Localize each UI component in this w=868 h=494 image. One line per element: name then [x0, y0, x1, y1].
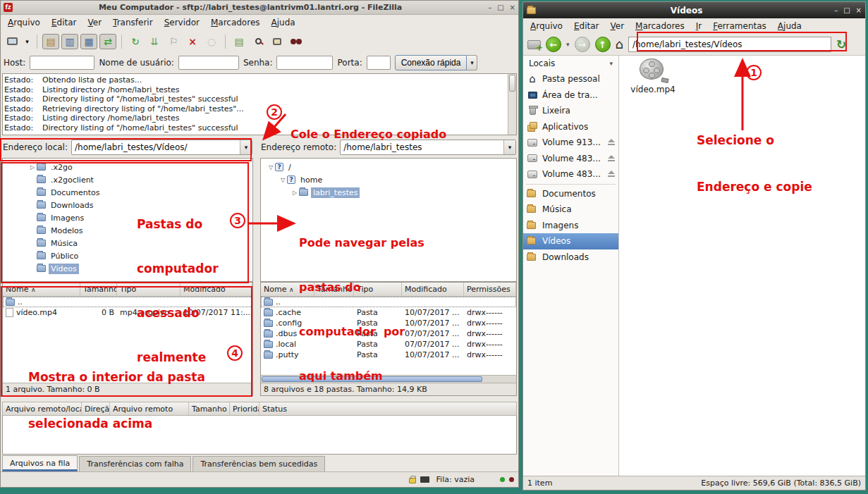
maximize-icon[interactable]: □ — [497, 4, 503, 11]
back-history-dropdown-icon[interactable]: ▾ — [566, 41, 570, 48]
expander-icon[interactable]: ▽ — [279, 177, 287, 183]
place-volume-483-b[interactable]: Volume 483... — [523, 166, 618, 183]
expander-icon[interactable]: ▷ — [291, 190, 299, 196]
tree-item-home[interactable]: ▽?home — [267, 173, 516, 186]
process-queue-icon[interactable]: ⇊ — [146, 34, 163, 49]
address-bar[interactable] — [628, 37, 831, 52]
menu-ajuda[interactable]: Ajuda — [772, 20, 807, 32]
place-pasta-pessoal[interactable]: ⌂Pasta pessoal — [523, 71, 618, 87]
column-nome[interactable]: Nome ∧ — [3, 283, 80, 296]
minimize-icon[interactable]: – — [834, 6, 838, 14]
places-header[interactable]: Locais ▾ — [523, 56, 618, 71]
menu-ver[interactable]: Ver — [82, 16, 108, 29]
host-input[interactable] — [30, 56, 94, 70]
username-input[interactable] — [178, 56, 239, 70]
place-lixeira[interactable]: Lixeira — [523, 103, 618, 119]
menu-ver[interactable]: Ver — [605, 20, 630, 32]
find-files-icon[interactable] — [288, 34, 305, 49]
menu-arquivo[interactable]: Arquivo — [2, 16, 46, 29]
place-imagens[interactable]: Imagens — [523, 218, 618, 234]
minimize-icon[interactable]: – — [488, 4, 491, 11]
eject-icon[interactable] — [607, 139, 616, 146]
address-input[interactable] — [629, 39, 831, 49]
tab-transferencias-com-falha[interactable]: Transferências com falha — [79, 456, 191, 471]
folder-icon — [264, 352, 273, 359]
up-button[interactable]: ↑ — [595, 37, 611, 52]
file-video-mp4[interactable]: vídeo.mp4 — [626, 58, 680, 94]
place-videos[interactable]: Vídeos — [523, 233, 618, 249]
home-icon[interactable]: ⌂ — [616, 38, 623, 51]
expander-icon[interactable]: ▷ — [28, 164, 37, 171]
place-volume-483-a[interactable]: Volume 483... — [523, 151, 618, 167]
eject-icon[interactable] — [607, 171, 616, 178]
tab-arquivos-na-fila[interactable]: Arquivos na fila — [2, 455, 78, 471]
toggle-queue-icon[interactable]: ⇄ — [99, 34, 116, 49]
folder-icon — [37, 189, 46, 196]
log-scrollbar[interactable] — [508, 74, 516, 135]
menu-ir[interactable]: Ir — [690, 20, 707, 32]
menu-editar[interactable]: Editar — [568, 20, 605, 32]
cancel-operation-icon[interactable]: ⚐ — [165, 34, 182, 49]
password-label: Senha: — [243, 58, 273, 68]
refresh-icon[interactable]: ↻ — [836, 37, 846, 51]
sync-browsing-icon[interactable] — [269, 34, 286, 49]
host-label: Host: — [4, 58, 25, 68]
place-downloads[interactable]: Downloads — [523, 249, 618, 266]
port-input[interactable] — [367, 56, 391, 70]
remote-address-dropdown-icon[interactable]: ▾ — [503, 140, 515, 154]
filezilla-titlebar[interactable]: fz Meu Computador - sftp://labri_testes@… — [1, 1, 518, 15]
queue-column[interactable]: Prioridade — [230, 402, 259, 415]
disconnect-icon[interactable]: × — [184, 34, 201, 49]
menu-ferramentas[interactable]: Ferramentas — [707, 20, 772, 32]
tree-item-labri-testes[interactable]: ▷labri_testes — [267, 186, 516, 199]
menu-marcadores[interactable]: Marcadores — [630, 20, 690, 32]
open-folder-icon — [37, 265, 46, 272]
site-manager-dropdown-icon[interactable]: ▾ — [23, 34, 32, 49]
local-address-dropdown-icon[interactable]: ▾ — [240, 140, 252, 154]
queue-status-text: Fila: vazia — [436, 475, 475, 484]
menu-arquivo[interactable]: Arquivo — [525, 20, 568, 32]
toggle-local-tree-icon[interactable]: ▥ — [61, 34, 78, 49]
menu-marcadores[interactable]: Marcadores — [205, 16, 266, 29]
expander-icon[interactable]: ▽ — [267, 164, 275, 171]
place-area-de-trabalho[interactable]: Área de tra... — [523, 87, 618, 104]
toggle-log-icon[interactable]: ▤ — [42, 34, 59, 49]
menu-servidor[interactable]: Servidor — [159, 16, 205, 29]
menu-editar[interactable]: Editar — [46, 16, 82, 29]
maximize-icon[interactable]: □ — [843, 6, 850, 14]
place-aplicativos[interactable]: Aplicativos — [523, 119, 618, 135]
tree-item-root[interactable]: ▽?/ — [267, 161, 516, 173]
place-musica[interactable]: Música — [523, 202, 618, 218]
toggle-remote-tree-icon[interactable]: ▦ — [80, 34, 97, 49]
quickconnect-dropdown-icon[interactable]: ▾ — [467, 55, 477, 70]
reconnect-icon[interactable]: ◌ — [203, 34, 220, 49]
site-manager-icon[interactable] — [4, 34, 20, 49]
local-address-input[interactable] — [72, 142, 240, 152]
back-button[interactable]: ← — [546, 37, 561, 52]
forward-button[interactable]: → — [575, 37, 590, 52]
place-volume-913[interactable]: Volume 913... — [523, 135, 618, 151]
local-address-combo[interactable]: ▾ — [71, 140, 252, 155]
place-documentos[interactable]: Documentos — [523, 186, 618, 202]
log-label: Estado: — [4, 75, 42, 85]
tree-item-x2goclient[interactable]: .x2goclient — [28, 173, 252, 186]
password-input[interactable] — [276, 56, 333, 70]
column-tamanho[interactable]: Tamanho — [80, 283, 117, 296]
tab-transferencias-bem-sucedidas[interactable]: Transferências bem sucedidas — [192, 456, 325, 471]
sort-asc-icon: ∧ — [31, 286, 36, 293]
connect-device-icon[interactable] — [527, 40, 541, 49]
chevron-down-icon: ▾ — [609, 60, 613, 67]
filemanager-titlebar[interactable]: Vídeos – □ × — [523, 2, 865, 18]
close-icon[interactable]: × — [510, 4, 515, 11]
menu-transferir[interactable]: Transferir — [107, 16, 159, 29]
eject-icon[interactable] — [607, 155, 616, 162]
quickconnect-button[interactable]: Conexão rápida — [395, 55, 467, 70]
compare-directories-icon[interactable] — [250, 34, 267, 49]
tree-item-x2go[interactable]: ▷.x2go — [28, 161, 252, 173]
menu-ajuda[interactable]: Ajuda — [266, 16, 301, 29]
close-icon[interactable]: × — [856, 6, 862, 14]
refresh-icon[interactable]: ↻ — [127, 34, 144, 49]
filter-icon[interactable]: ▤ — [231, 34, 247, 49]
column-permissoes[interactable]: Permissões — [464, 283, 516, 296]
queue-column[interactable]: Status — [259, 402, 516, 415]
